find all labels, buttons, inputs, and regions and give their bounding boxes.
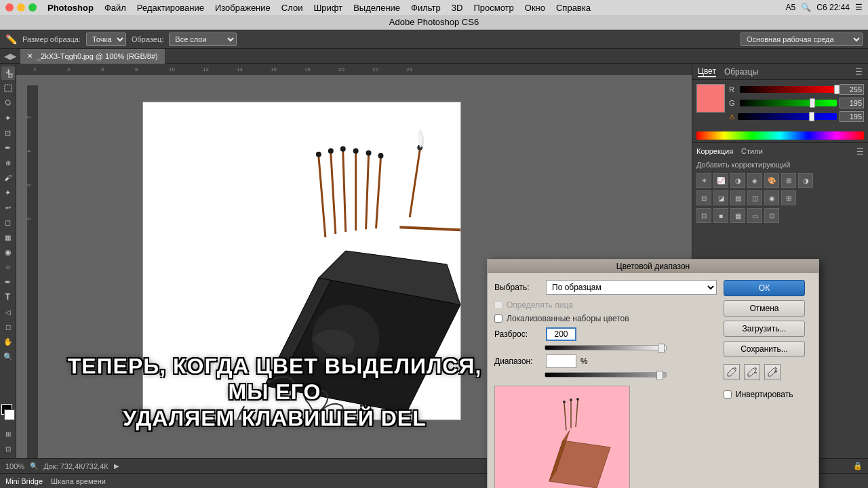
menu-font[interactable]: Шрифт	[313, 3, 342, 13]
gradient-tool[interactable]: ▦	[1, 230, 15, 244]
menu-view[interactable]: Просмотр	[473, 3, 513, 13]
colorbalance-icon[interactable]: ⊞	[781, 173, 796, 188]
range-input[interactable]	[546, 354, 576, 368]
scatter-input[interactable]	[546, 327, 576, 341]
history-brush[interactable]: ↩	[1, 201, 15, 214]
menu-help[interactable]: Справка	[556, 3, 591, 13]
menu-3d[interactable]: 3D	[452, 3, 463, 13]
eyedropper-tool[interactable]: ✒	[1, 141, 15, 155]
posterize-icon[interactable]: ▤	[730, 190, 745, 205]
lasso-tool[interactable]	[1, 96, 15, 110]
cancel-button[interactable]: Отмена	[724, 300, 805, 317]
r-value-input[interactable]: 255	[840, 84, 864, 95]
range-slider[interactable]	[545, 372, 667, 378]
path-tool[interactable]: ◁	[1, 305, 15, 319]
localized-checkbox[interactable]	[494, 314, 502, 323]
quick-mask[interactable]: ⊞	[1, 427, 15, 441]
color-tab[interactable]: Цвет	[698, 66, 716, 77]
menu-icon[interactable]: ☰	[855, 3, 863, 12]
gradient-corr-icon[interactable]: ▭	[747, 208, 762, 223]
hand-tool[interactable]: ✋	[1, 335, 15, 348]
solid-icon[interactable]: ■	[713, 208, 728, 223]
bw-icon[interactable]: ◑	[798, 173, 813, 188]
zoom-tool[interactable]: 🔍	[1, 350, 15, 363]
load-button[interactable]: Загрузить...	[724, 321, 805, 337]
r-slider[interactable]	[740, 86, 837, 93]
file-tab[interactable]: ✕ _2kX3-Tqgh0.jpg @ 100% (RGB/8#)	[20, 49, 165, 64]
b-value-input[interactable]: 195	[840, 111, 864, 122]
scatter-slider[interactable]	[545, 345, 667, 350]
ok-button[interactable]: ОК	[724, 280, 805, 296]
eyedropper-add-btn[interactable]	[724, 364, 740, 380]
timeline-tab[interactable]: Шкала времени	[51, 477, 106, 485]
curve2-icon[interactable]: ⊡	[764, 208, 779, 223]
styles-tab[interactable]: Стили	[741, 147, 763, 157]
levels-icon[interactable]: ⊟	[696, 190, 711, 205]
collapse-icon[interactable]: ◀▶	[0, 52, 20, 61]
r-slider-thumb[interactable]	[834, 85, 840, 94]
background-color[interactable]	[4, 409, 15, 420]
color-main-swatch[interactable]	[696, 84, 725, 113]
b-slider[interactable]	[738, 113, 837, 120]
scatter-thumb[interactable]	[658, 344, 665, 353]
samples-tab[interactable]: Образцы	[724, 67, 758, 77]
mini-bridge-tab[interactable]: Mini Bridge	[5, 477, 43, 485]
close-dot[interactable]	[5, 3, 14, 12]
menu-select[interactable]: Выделение	[353, 3, 400, 13]
eyedropper-btn[interactable]	[764, 364, 781, 380]
minimize-dot[interactable]	[17, 3, 25, 12]
b-slider-thumb[interactable]	[809, 112, 814, 121]
channelmixer-icon[interactable]: ⊞	[781, 190, 796, 205]
tab-close[interactable]: ✕	[27, 52, 33, 60]
search-icon[interactable]: 🔍	[801, 3, 811, 12]
exposure-icon[interactable]: ◑	[730, 173, 745, 188]
correction-tab[interactable]: Коррекция	[696, 147, 733, 157]
g-value-input[interactable]: 195	[840, 98, 864, 108]
brush-tool[interactable]: 🖌	[1, 171, 15, 184]
fg-bg-color-picker[interactable]	[0, 404, 16, 423]
range-thumb[interactable]	[656, 371, 663, 380]
shape-tool[interactable]: ◻	[1, 320, 15, 333]
eraser-tool[interactable]: ◻	[1, 216, 15, 229]
dodge-tool[interactable]: ○	[1, 260, 15, 274]
gradient-map-icon[interactable]: ◫	[747, 190, 762, 205]
panel-menu-icon[interactable]: ☰	[855, 67, 863, 77]
workspace-selector[interactable]: Основная рабочая среда	[741, 33, 863, 46]
maximize-dot[interactable]	[28, 3, 37, 12]
type-tool[interactable]: T	[1, 290, 15, 304]
menu-file[interactable]: Файл	[104, 3, 126, 13]
move-tool[interactable]: ↖	[1, 66, 15, 80]
clone-tool[interactable]: ✦	[1, 186, 15, 199]
arrow-icon[interactable]: ▶	[114, 462, 119, 470]
rainbow-bar[interactable]	[696, 131, 864, 140]
menu-edit[interactable]: Редактирование	[137, 3, 204, 13]
g-slider-thumb[interactable]	[810, 98, 815, 108]
menu-filter[interactable]: Фильтр	[411, 3, 441, 13]
blur-tool[interactable]: ◉	[1, 245, 15, 259]
detect-faces-checkbox[interactable]	[494, 301, 502, 309]
screen-mode[interactable]: ⊡	[1, 442, 15, 455]
workspace-select[interactable]: Основная рабочая среда	[741, 33, 863, 46]
menu-layers[interactable]: Слои	[281, 3, 303, 13]
curves-icon[interactable]: 📈	[713, 173, 728, 188]
eyedropper-sub-btn[interactable]	[744, 364, 760, 380]
g-slider[interactable]	[740, 100, 837, 106]
invert-checkbox[interactable]	[724, 390, 732, 399]
correction-menu-icon[interactable]: ☰	[856, 147, 864, 157]
heal-tool[interactable]: ⊕	[1, 156, 15, 169]
brightness-icon[interactable]: ☀	[696, 173, 711, 188]
crop-tool[interactable]: ⊡	[1, 126, 15, 140]
select-dropdown[interactable]: По образцам	[546, 280, 717, 295]
size-select[interactable]: Точка	[86, 33, 126, 46]
save-button[interactable]: Сохранить...	[724, 341, 805, 357]
hue-icon[interactable]: 🎨	[764, 173, 779, 188]
threshold-icon[interactable]: ◪	[713, 190, 728, 205]
selectivecolor-icon[interactable]: ◉	[764, 190, 779, 205]
sample-select[interactable]: Все слои	[169, 33, 237, 46]
wand-tool[interactable]: ✦	[1, 111, 15, 125]
vibrance-icon[interactable]: ◈	[747, 173, 762, 188]
pattern-icon[interactable]: ▦	[730, 208, 745, 223]
menu-image[interactable]: Изображение	[215, 3, 271, 13]
pen-tool[interactable]: ✒	[1, 275, 15, 289]
marquee-tool[interactable]	[1, 81, 15, 95]
